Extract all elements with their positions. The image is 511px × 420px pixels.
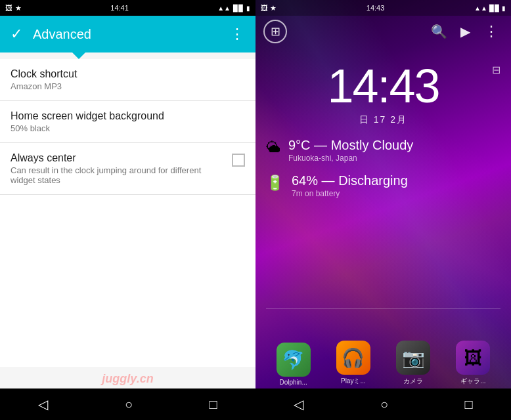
gallery-icon-symbol: 🖼 <box>464 347 482 369</box>
headphone-icon: 🎧 <box>336 341 370 375</box>
settings-list: Clock shortcut Amazon MP3 Home screen wi… <box>0 59 256 367</box>
wifi-icon-right: ▲▲ <box>474 5 487 12</box>
weather-sub-text: Fukuoka-shi, Japan <box>288 154 413 163</box>
video-icon[interactable]: ▶ <box>453 20 477 43</box>
system-icons-left: ▲▲ ▉▉ ▮ <box>217 5 250 12</box>
toolbar-title: Advanced <box>33 27 219 42</box>
home-button-left[interactable]: ○ <box>125 397 133 412</box>
setting-clock-shortcut[interactable]: Clock shortcut Amazon MP3 <box>0 59 256 101</box>
photo-icon-right: 🖼 <box>261 4 268 12</box>
signal-icon-right: ▉▉ <box>489 5 500 12</box>
search-icon-symbol: 🔍 <box>431 24 447 39</box>
dock-area: 🐬 Dolphin... 🎧 Playミ... 📷 カメラ 🖼 ギャラ... <box>256 335 511 388</box>
signal-icon-left: ▉▉ <box>233 5 244 12</box>
widget-area: 🌥 9°C — Mostly Cloudy Fukuoka-shi, Japan… <box>256 138 511 209</box>
dolphin-label: Dolphin... <box>280 379 307 386</box>
battery-main-text: 64% — Discharging <box>292 173 408 188</box>
status-icons-right: 🖼 ★ <box>261 4 277 12</box>
setting-widget-bg-title: Home screen widget background <box>11 110 245 122</box>
search-icon[interactable]: 🔍 <box>427 20 451 43</box>
back-button-left[interactable]: ◁ <box>38 396 48 412</box>
time-left: 14:41 <box>110 4 129 12</box>
play-music-label: Playミ... <box>341 377 366 386</box>
wifi-icon-left: ▲▲ <box>217 5 231 12</box>
watermark: juggly.cn <box>0 367 256 388</box>
weather-icon: 🌥 <box>266 139 280 156</box>
battery-widget-icon: 🔋 <box>266 175 284 192</box>
clock-date: 日 17 2月 <box>359 114 407 126</box>
setting-always-center-title: Always center <box>11 152 224 164</box>
dock-play-music[interactable]: 🎧 Playミ... <box>336 341 370 386</box>
clock-time: 14:43 <box>327 59 439 113</box>
toolbar-caret-area <box>0 52 256 59</box>
dolphin-icon-symbol: 🐬 <box>282 349 305 371</box>
photo-icon-left: 🖼 <box>5 4 12 12</box>
gallery-label: ギャラ... <box>460 377 485 386</box>
headphone-icon-symbol: 🎧 <box>342 347 365 369</box>
setting-always-center-text: Always center Can result in the clock ju… <box>11 152 232 185</box>
more-icon-right-symbol: ⋮ <box>484 23 499 40</box>
setting-widget-bg-value: 50% black <box>11 123 245 133</box>
setting-always-center-desc: Can result in the clock jumping around f… <box>11 165 224 185</box>
setting-widget-background[interactable]: Home screen widget background 50% black <box>0 101 256 143</box>
setting-clock-shortcut-title: Clock shortcut <box>11 68 245 80</box>
right-panel: 🖼 ★ 14:43 ▲▲ ▉▉ ▮ ⊞ 🔍 ▶ ⋮ 14:43 日 1 <box>256 0 511 420</box>
grid-icon-symbol: ⊞ <box>271 24 280 39</box>
toolbar-caret <box>72 52 85 59</box>
more-icon-right[interactable]: ⋮ <box>479 20 503 43</box>
setting-always-center[interactable]: Always center Can result in the clock ju… <box>0 143 256 195</box>
camera-icon: 📷 <box>396 341 430 375</box>
camera-icon-symbol: 📷 <box>402 347 425 369</box>
battery-icon-right: ▮ <box>502 5 506 12</box>
weather-content: 9°C — Mostly Cloudy Fukuoka-shi, Japan <box>288 138 413 163</box>
star-icon-right: ★ <box>270 4 277 12</box>
status-bar-left: 🖼 ★ 14:41 ▲▲ ▉▉ ▮ <box>0 0 256 16</box>
battery-content: 64% — Discharging 7m on battery <box>292 173 408 198</box>
system-icons-right: ▲▲ ▉▉ ▮ <box>474 4 506 12</box>
home-toolbar-right: 🔍 ▶ ⋮ <box>427 20 503 43</box>
sliders-icon: ⊟ <box>492 64 500 75</box>
time-right: 14:43 <box>367 4 385 12</box>
grid-icon[interactable]: ⊞ <box>263 20 287 43</box>
weather-widget: 🌥 9°C — Mostly Cloudy Fukuoka-shi, Japan <box>266 138 500 163</box>
battery-sub-text: 7m on battery <box>292 189 408 198</box>
check-icon[interactable]: ✓ <box>11 26 22 43</box>
dock-divider <box>266 308 500 309</box>
star-icon-left: ★ <box>15 4 22 12</box>
left-panel: 🖼 ★ 14:41 ▲▲ ▉▉ ▮ ✓ Advanced ⋮ Clock sho… <box>0 0 256 420</box>
battery-icon-left: ▮ <box>246 5 250 12</box>
recent-button-left[interactable]: □ <box>210 397 217 412</box>
dock-gallery[interactable]: 🖼 ギャラ... <box>456 341 490 386</box>
status-bar-right: 🖼 ★ 14:43 ▲▲ ▉▉ ▮ <box>256 0 511 16</box>
battery-widget: 🔋 64% — Discharging 7m on battery <box>266 173 500 198</box>
clock-widget[interactable]: 14:43 日 17 2月 <box>256 59 511 126</box>
home-button-right[interactable]: ○ <box>380 397 388 412</box>
nav-bar-right: ◁ ○ □ <box>256 388 511 420</box>
dock-dolphin[interactable]: 🐬 Dolphin... <box>277 343 311 386</box>
more-icon[interactable]: ⋮ <box>230 26 245 43</box>
nav-bar-left: ◁ ○ □ <box>0 388 256 420</box>
status-icons-left: 🖼 ★ <box>5 4 22 12</box>
recent-button-right[interactable]: □ <box>465 397 473 412</box>
toolbar: ✓ Advanced ⋮ <box>0 16 256 52</box>
home-toolbar: ⊞ 🔍 ▶ ⋮ <box>256 16 511 47</box>
back-button-right[interactable]: ◁ <box>294 396 303 412</box>
dolphin-icon: 🐬 <box>277 343 311 377</box>
setting-clock-shortcut-value: Amazon MP3 <box>11 81 245 91</box>
weather-main-text: 9°C — Mostly Cloudy <box>288 138 413 153</box>
dock-camera[interactable]: 📷 カメラ <box>396 341 430 386</box>
camera-label: カメラ <box>403 377 423 386</box>
clock-settings-icon[interactable]: ⊟ <box>492 63 500 77</box>
video-icon-symbol: ▶ <box>460 24 470 39</box>
gallery-icon: 🖼 <box>456 341 490 375</box>
always-center-checkbox[interactable] <box>232 154 245 167</box>
